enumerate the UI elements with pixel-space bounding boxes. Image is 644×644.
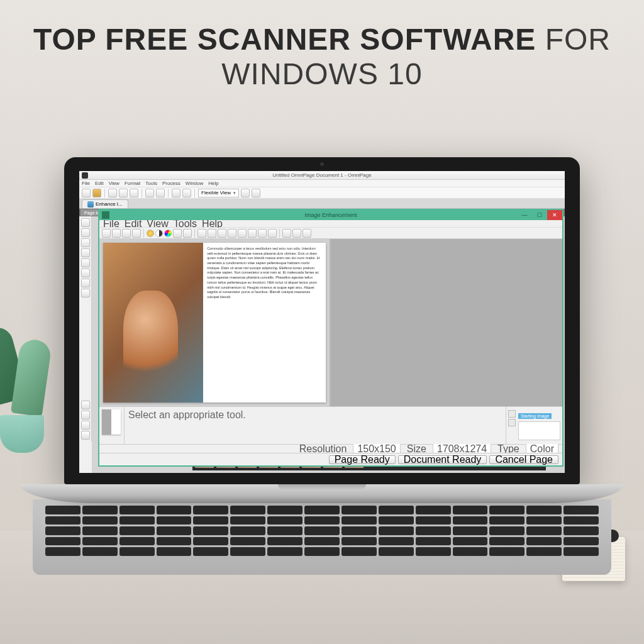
- document-ready-button[interactable]: Document Ready: [398, 455, 487, 464]
- zoom-tool-icon[interactable]: [112, 229, 121, 238]
- save-icon[interactable]: [282, 229, 291, 238]
- clean-icon[interactable]: [228, 229, 236, 238]
- brightness-icon[interactable]: [147, 230, 154, 237]
- invert-icon[interactable]: [268, 229, 277, 238]
- flip-icon[interactable]: [81, 411, 90, 419]
- reset-icon[interactable]: [303, 229, 311, 238]
- graphic-zone-icon[interactable]: [81, 269, 90, 277]
- maximize-icon[interactable]: ☐: [532, 210, 547, 220]
- form-zone-icon[interactable]: [81, 279, 90, 287]
- main-menubar: File Edit View Format Tools Process Wind…: [79, 180, 565, 187]
- contrast-icon[interactable]: [155, 230, 163, 237]
- main-titlebar: Untitled OmniPage Document 1 - OmniPage: [79, 171, 565, 180]
- resolution-icon[interactable]: [258, 229, 267, 238]
- view-mode-dropdown[interactable]: Flexible View: [198, 189, 239, 197]
- zone-icon[interactable]: [81, 238, 90, 247]
- dialog-toolbar: [99, 228, 562, 239]
- hero-title: TOP FREE SCANNER SOFTWARE FOR WINDOWS 10: [0, 0, 644, 91]
- dialog-titlebar[interactable]: Image Enhancement — ☐ ✕: [99, 210, 562, 220]
- menu-help[interactable]: Help: [208, 180, 218, 186]
- despeckle-icon[interactable]: [218, 229, 226, 238]
- dialog-title: Image Enhancement: [304, 212, 357, 218]
- menu-window[interactable]: Window: [186, 180, 203, 186]
- dialog-app-icon: [102, 211, 109, 219]
- 3d-deskew-icon[interactable]: [208, 229, 216, 238]
- result-image-pane[interactable]: [331, 239, 562, 406]
- tab-label: Enhance I...: [96, 201, 123, 207]
- menu-process[interactable]: Process: [162, 180, 180, 186]
- select-icon[interactable]: [81, 228, 90, 237]
- laptop: Untitled OmniPage Document 1 - OmniPage …: [64, 157, 580, 575]
- document-page: Commodo ullamcorper a lacus vestibulum s…: [103, 243, 326, 402]
- dialog-statusbar: Resolution 150x150 Size 1708x1274 Type C…: [99, 444, 562, 453]
- deskew-tool-icon[interactable]: [197, 229, 206, 238]
- page-thumbnail-mini[interactable]: [102, 409, 121, 435]
- menu-edit[interactable]: Edit: [95, 180, 104, 186]
- image-enhancement-dialog: Image Enhancement — ☐ ✕ File Edit View T…: [98, 209, 564, 467]
- close-icon[interactable]: ✕: [547, 210, 562, 220]
- table-icon[interactable]: [81, 248, 90, 257]
- menu-tools[interactable]: Tools: [145, 180, 157, 186]
- pointer-tool-icon[interactable]: [102, 229, 111, 238]
- main-title-text: Untitled OmniPage Document 1 - OmniPage: [272, 172, 371, 178]
- crop-icon[interactable]: [81, 421, 90, 430]
- mail-icon[interactable]: [130, 189, 138, 197]
- hint-area: Select an appropriate tool.: [125, 407, 506, 444]
- rotate-left-icon[interactable]: [173, 229, 182, 238]
- page-thumbnail-panel: [99, 407, 125, 444]
- pan-tool-icon[interactable]: [122, 229, 131, 238]
- history-step-label[interactable]: Starting image: [518, 413, 552, 419]
- cancel-page-button[interactable]: Cancel Page: [489, 455, 558, 464]
- history-panel: Starting image: [506, 407, 562, 444]
- load-icon[interactable]: [292, 229, 301, 238]
- hero-title-bold: TOP FREE SCANNER SOFTWARE: [33, 23, 536, 56]
- scan-icon[interactable]: [119, 189, 128, 197]
- tab-enhance[interactable]: Enhance I...: [82, 199, 128, 208]
- open-icon[interactable]: [92, 189, 101, 197]
- new-icon[interactable]: [82, 189, 91, 197]
- fill-icon[interactable]: [248, 229, 257, 238]
- erase-icon[interactable]: [238, 229, 247, 238]
- help-icon[interactable]: [252, 189, 260, 197]
- undo-icon[interactable]: [145, 189, 154, 197]
- left-tool-palette: [79, 216, 92, 441]
- ignore-zone-icon[interactable]: [81, 289, 90, 297]
- zoom-out-icon[interactable]: [182, 189, 191, 197]
- deskew-icon[interactable]: [81, 431, 90, 440]
- minimize-icon[interactable]: —: [517, 210, 532, 220]
- zoom-in-icon[interactable]: [172, 189, 180, 197]
- history-thumbnail[interactable]: [518, 421, 560, 440]
- view-mode-label: Flexible View: [201, 190, 231, 196]
- page-ready-button[interactable]: Page Ready: [329, 455, 396, 464]
- menu-view[interactable]: View: [109, 180, 119, 186]
- dialog-menubar: File Edit View Tools Help: [99, 220, 562, 228]
- menu-file[interactable]: File: [82, 180, 90, 186]
- crop-tool-icon[interactable]: [132, 229, 141, 238]
- rotate-right-icon[interactable]: [183, 229, 192, 238]
- app-icon: [82, 172, 88, 179]
- laptop-keyboard: [33, 499, 611, 575]
- hint-text: Select an appropriate tool.: [128, 409, 246, 420]
- rotate-icon[interactable]: [81, 401, 90, 409]
- image-icon: [87, 201, 94, 208]
- history-undo-icon[interactable]: [508, 410, 516, 418]
- scanned-text-block: Commodo ullamcorper a lacus vestibulum s…: [203, 243, 326, 402]
- hue-icon[interactable]: [164, 230, 172, 237]
- gear-icon[interactable]: [241, 189, 250, 197]
- document-tabbar: Enhance I...: [79, 199, 565, 209]
- print-icon[interactable]: [108, 189, 117, 197]
- history-redo-icon[interactable]: [508, 419, 516, 426]
- menu-format[interactable]: Format: [125, 180, 140, 186]
- scanned-photo: [103, 243, 203, 402]
- pointer-icon[interactable]: [81, 218, 90, 227]
- desk-plant: [0, 327, 57, 453]
- redo-icon[interactable]: [156, 189, 165, 197]
- main-toolbar: Flexible View: [79, 187, 565, 199]
- original-image-pane[interactable]: Commodo ullamcorper a lacus vestibulum s…: [99, 239, 331, 406]
- text-zone-icon[interactable]: [81, 258, 90, 267]
- dialog-button-row: Page Ready Document Ready Cancel Page: [99, 453, 562, 465]
